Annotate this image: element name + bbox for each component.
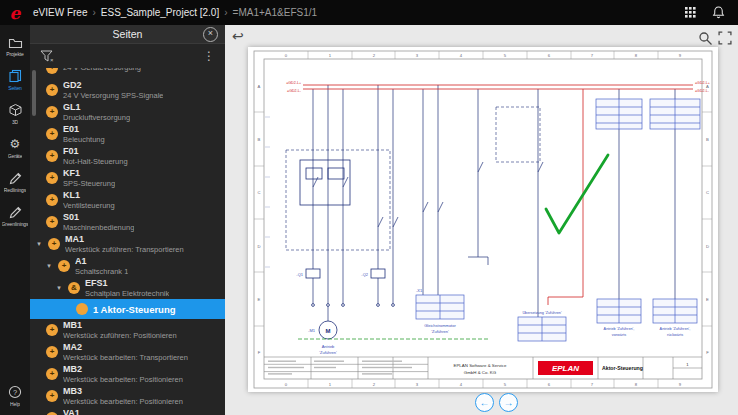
svg-text:7: 7 [591, 53, 594, 58]
greenlining-checkmark[interactable] [546, 155, 608, 233]
kebab-menu-icon[interactable]: ⋮ [203, 50, 215, 62]
svg-text:1: 1 [329, 53, 332, 58]
sidebar-item-3d[interactable]: 3D [0, 103, 30, 125]
tree-item[interactable]: + GD224 V Versorgung SPS-Signale [30, 79, 225, 101]
zoom-icon[interactable] [698, 31, 713, 46]
tree-item[interactable]: + MB3Werkstück bearbeiten: Positionieren [30, 385, 225, 407]
schematic-page[interactable]: 01 23 45 67 89 01 23 45 67 89 AB CD EF A… [248, 47, 718, 392]
svg-text:2: 2 [373, 53, 376, 58]
svg-text:-Q1: -Q1 [296, 272, 303, 277]
svg-text:B: B [258, 137, 261, 142]
tree-item[interactable]: + S01Maschinenbedienung [30, 211, 225, 233]
structure-icon: + [48, 238, 60, 250]
sidebar-item-redlinings[interactable]: Redlinings [0, 171, 30, 193]
svg-text:3: 3 [416, 382, 419, 387]
pencil-icon [8, 171, 22, 185]
company-name: EPLAN Software & Service [454, 363, 508, 368]
tree-item[interactable]: + KF1SPS-Steuerung [30, 167, 225, 189]
tree-item[interactable]: + E01Beleuchtung [30, 123, 225, 145]
structure-icon: + [46, 84, 58, 96]
help-icon: ? [8, 385, 22, 399]
svg-text:=GD2-L-: =GD2-L- [287, 89, 302, 93]
svg-text:9: 9 [679, 382, 682, 387]
svg-text:vorwärts: vorwärts [612, 333, 626, 337]
svg-text:0: 0 [285, 382, 288, 387]
tree-item[interactable]: + MB2Werkstück bearbeiten: Positionieren [30, 363, 225, 385]
close-icon[interactable]: × [203, 27, 218, 42]
svg-text:B: B [706, 137, 709, 142]
structure-icon: + [46, 194, 58, 206]
apps-grid-icon[interactable] [684, 6, 697, 19]
pages-icon [8, 69, 23, 83]
eplan-logo-text: EPLAN [552, 364, 579, 373]
breadcrumb-app[interactable]: eVIEW Free [33, 7, 87, 18]
drawing-canvas[interactable]: ↩ 01 23 [225, 25, 738, 415]
structure-icon: + [46, 150, 58, 162]
sidebar-item-help[interactable]: ? Help [0, 385, 30, 407]
sheet-title: Aktor-Steuerung [602, 365, 643, 371]
chevron-down-icon[interactable]: ▾ [35, 240, 43, 248]
svg-text:Übersetzung 'Zuführen': Übersetzung 'Zuführen' [522, 311, 562, 315]
fullscreen-icon[interactable] [718, 31, 732, 45]
title-block: EPLAN Software & Service GmbH & Co. KG E… [264, 357, 702, 379]
svg-text:C: C [257, 190, 260, 195]
tree-item[interactable]: + 24 V Geräteversorgung [30, 68, 225, 79]
tree-item[interactable]: ▾ & EFS1Schaltplan Elektrotechnik [30, 277, 225, 299]
tree-item[interactable]: + GL1Druckluftversorgung [30, 101, 225, 123]
sidebar-item-greenlinings[interactable]: Greenlinings [0, 205, 30, 227]
breadcrumb-separator: › [224, 7, 227, 18]
svg-text:A: A [258, 84, 261, 89]
sidebar-item-projekte[interactable]: Projekte [0, 35, 30, 57]
bell-icon[interactable] [711, 5, 726, 20]
tree-item[interactable]: + MB1Werkstück zuführen: Positionieren [30, 319, 225, 341]
svg-text:F: F [258, 350, 261, 355]
svg-text:D: D [706, 244, 709, 249]
tree-item[interactable]: + MA2Werkstück bearbeiten: Transportiere… [30, 341, 225, 363]
tree-item[interactable]: + KL1Ventilsteuerung [30, 189, 225, 211]
svg-text:5: 5 [504, 382, 507, 387]
prev-page-button[interactable]: ← [475, 393, 494, 412]
tree-item-selected[interactable]: 1 Aktor-Steuerung [30, 299, 225, 319]
panel-toolbar: × ⋮ [30, 44, 225, 68]
structure-icon: + [46, 346, 58, 358]
pages-tree: + 24 V Geräteversorgung + GD224 V Versor… [30, 68, 225, 415]
svg-text:F: F [706, 350, 709, 355]
back-arrow-icon[interactable]: ↩ [232, 28, 244, 44]
structure-icon: + [46, 324, 58, 336]
tree-item[interactable]: + F01Not-Halt-Steuerung [30, 145, 225, 167]
svg-text:'Zuführen': 'Zuführen' [319, 350, 337, 355]
tree-item[interactable]: ▾ + A1Schaltschrank 1 [30, 255, 225, 277]
svg-text:rückwärts: rückwärts [667, 333, 683, 337]
sidebar-item-seiten[interactable]: Seiten [0, 69, 30, 91]
top-bar: e eVIEW Free › ESS_Sample_Project [2.0] … [0, 0, 738, 25]
tree-item[interactable]: ▾ + MA1Werkstück zuführen: Transportiere… [30, 233, 225, 255]
svg-text:3: 3 [416, 53, 419, 58]
svg-text:-X1: -X1 [416, 288, 423, 293]
svg-text:1: 1 [329, 382, 332, 387]
panel-header: Seiten × [30, 25, 225, 44]
scrollbar-thumb[interactable] [32, 70, 36, 116]
breadcrumb-page[interactable]: =MA1+A1&EFS1/1 [233, 7, 318, 18]
structure-icon: + [46, 390, 58, 402]
svg-text:4: 4 [460, 53, 463, 58]
pages-panel: Seiten × × ⋮ + 24 V Geräteversorgung + G… [30, 25, 225, 415]
page-icon [76, 303, 88, 315]
sidebar-item-geraete[interactable]: ⚙ Geräte [0, 137, 30, 159]
breadcrumb-project[interactable]: ESS_Sample_Project [2.0] [101, 7, 219, 18]
svg-text:=GD2-L-: =GD2-L- [695, 89, 710, 93]
svg-text:5: 5 [504, 53, 507, 58]
svg-text:6: 6 [548, 53, 551, 58]
filter-icon[interactable]: × [40, 50, 54, 63]
svg-text:Antrieb 'Zuführen',: Antrieb 'Zuführen', [660, 327, 691, 331]
svg-text:Antrieb: Antrieb [322, 344, 335, 349]
terminal-tables [416, 99, 700, 341]
next-page-button[interactable]: → [499, 393, 518, 412]
svg-text:0: 0 [285, 53, 288, 58]
chevron-down-icon[interactable]: ▾ [45, 262, 53, 270]
motor-letter: M [326, 328, 331, 334]
chevron-down-icon[interactable]: ▾ [55, 284, 63, 292]
structure-icon: + [46, 172, 58, 184]
breadcrumb-separator: › [92, 7, 95, 18]
tree-item[interactable]: + VA1Werkstück bearbeiten: Schleifen [30, 407, 225, 415]
structure-icon: + [46, 368, 58, 380]
